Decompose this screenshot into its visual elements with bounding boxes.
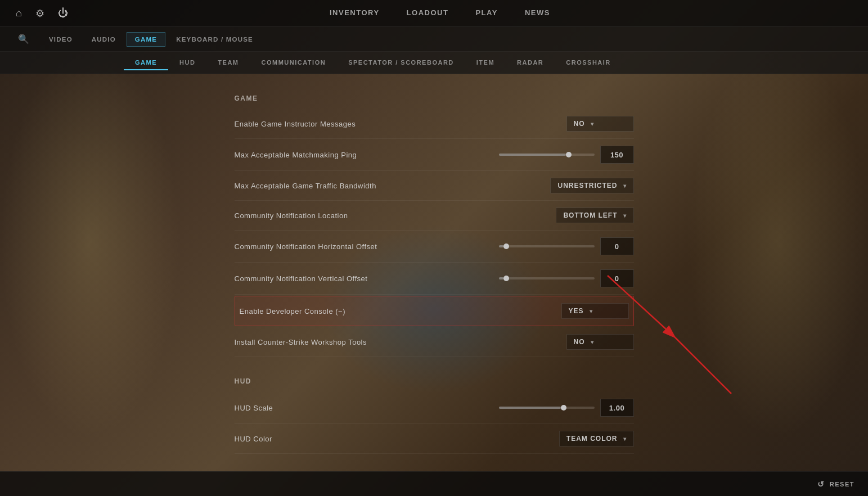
dropdown-instructor-value: NO	[574, 120, 585, 128]
settings-icon[interactable]: ⚙	[33, 5, 47, 22]
slider-v-offset-track[interactable]	[499, 277, 595, 279]
slider-ping-value[interactable]: 150	[600, 146, 634, 164]
control-dev-console: YES ▾	[561, 303, 629, 319]
reset-label: RESET	[830, 481, 854, 488]
bottom-bar: ↺ RESET	[0, 471, 868, 496]
nav-item-inventory[interactable]: INVENTORY	[330, 6, 380, 20]
slider-h-offset-thumb[interactable]	[503, 244, 509, 249]
slider-h-offset-value[interactable]: 0	[600, 237, 634, 255]
dropdown-notif-location[interactable]: BOTTOM LEFT ▾	[556, 208, 633, 223]
slider-ping-thumb[interactable]	[566, 152, 572, 157]
setting-row-ping: Max Acceptable Matchmaking Ping 150	[235, 139, 634, 171]
section-header-hud: Hud	[235, 377, 634, 387]
dropdown-dev-console-arrow: ▾	[590, 308, 593, 314]
content-inner: Game Enable Game Instructor Messages NO …	[223, 94, 645, 454]
reset-button[interactable]: ↺ RESET	[817, 480, 854, 489]
control-instructor: NO ▾	[566, 116, 634, 132]
slider-hud-scale-fill	[499, 407, 561, 409]
control-ping: 150	[499, 146, 634, 164]
subtab-spectator[interactable]: SPECTATOR / SCOREBOARD	[337, 56, 465, 70]
control-h-offset: 0	[499, 237, 634, 255]
power-icon[interactable]: ⏻	[56, 5, 70, 21]
setting-row-workshop: Install Counter-Strike Workshop Tools NO…	[235, 327, 634, 357]
subtab-game[interactable]: GAME	[124, 56, 168, 70]
nav-item-loadout[interactable]: LOADOUT	[407, 6, 449, 20]
setting-row-v-offset: Community Notification Vertical Offset 0	[235, 263, 634, 295]
subtab-item[interactable]: ITEM	[465, 56, 506, 70]
slider-h-offset-fill	[499, 245, 504, 247]
label-workshop: Install Counter-Strike Workshop Tools	[235, 338, 566, 346]
slider-ping-fill	[499, 154, 566, 156]
dropdown-hud-color-value: TEAM COLOR	[566, 435, 618, 443]
label-bandwidth: Max Acceptable Game Traffic Bandwidth	[235, 182, 551, 190]
setting-row-instructor: Enable Game Instructor Messages NO ▾	[235, 109, 634, 139]
dropdown-dev-console-value: YES	[569, 307, 584, 315]
section-header-game: Game	[235, 94, 634, 105]
setting-row-h-offset: Community Notification Horizontal Offset…	[235, 231, 634, 263]
nav-item-news[interactable]: NEWS	[525, 6, 550, 20]
search-icon[interactable]: 🔍	[18, 34, 29, 44]
slider-h-offset-track[interactable]	[499, 245, 595, 247]
label-dev-console: Enable Developer Console (~)	[240, 307, 561, 315]
dropdown-bandwidth-value: UNRESTRICTED	[557, 182, 617, 190]
tab-audio[interactable]: AUDIO	[83, 32, 124, 47]
reset-icon: ↺	[817, 480, 825, 489]
control-notif-location: BOTTOM LEFT ▾	[556, 208, 633, 223]
dropdown-workshop[interactable]: NO ▾	[566, 334, 634, 350]
subtab-radar[interactable]: RADAR	[506, 56, 555, 70]
dropdown-hud-color[interactable]: TEAM COLOR ▾	[559, 431, 634, 447]
label-hud-color: HUD Color	[235, 435, 559, 443]
subtab-hud[interactable]: HUD	[168, 56, 206, 70]
slider-v-offset-thumb[interactable]	[503, 276, 509, 281]
setting-row-dev-console: Enable Developer Console (~) YES ▾	[235, 296, 634, 326]
settings-tabs: 🔍 VIDEO AUDIO GAME KEYBOARD / MOUSE	[0, 27, 868, 52]
slider-hud-scale-thumb[interactable]	[561, 405, 566, 411]
top-nav: ⌂ ⚙ ⏻ INVENTORY LOADOUT PLAY NEWS	[0, 0, 868, 27]
dropdown-instructor[interactable]: NO ▾	[566, 116, 634, 132]
slider-v-offset-value[interactable]: 0	[600, 269, 634, 287]
label-v-offset: Community Notification Vertical Offset	[235, 274, 499, 283]
dropdown-workshop-value: NO	[574, 338, 585, 346]
slider-hud-scale-track[interactable]	[499, 407, 595, 409]
subtab-crosshair[interactable]: CROSSHAIR	[555, 56, 622, 70]
label-instructor: Enable Game Instructor Messages	[235, 120, 566, 128]
home-icon[interactable]: ⌂	[14, 5, 24, 21]
setting-row-bandwidth: Max Acceptable Game Traffic Bandwidth UN…	[235, 171, 634, 201]
subtab-team[interactable]: TEAM	[206, 56, 250, 70]
dropdown-dev-console[interactable]: YES ▾	[561, 303, 629, 319]
main-nav: INVENTORY LOADOUT PLAY NEWS	[330, 6, 550, 20]
nav-left-icons: ⌂ ⚙ ⏻	[14, 5, 70, 22]
setting-row-hud-color: HUD Color TEAM COLOR ▾	[235, 424, 634, 454]
control-hud-scale: 1.00	[499, 399, 634, 417]
dropdown-bandwidth[interactable]: UNRESTRICTED ▾	[550, 178, 633, 193]
control-bandwidth: UNRESTRICTED ▾	[550, 178, 633, 193]
dropdown-hud-color-arrow: ▾	[623, 436, 627, 442]
tab-game[interactable]: GAME	[127, 32, 165, 47]
label-ping: Max Acceptable Matchmaking Ping	[235, 151, 499, 159]
label-h-offset: Community Notification Horizontal Offset	[235, 242, 499, 251]
slider-ping-track[interactable]	[499, 154, 595, 156]
subtab-communication[interactable]: COMMUNICATION	[250, 56, 338, 70]
dropdown-notif-location-arrow: ▾	[623, 213, 627, 219]
sub-tabs: GAME HUD TEAM COMMUNICATION SPECTATOR / …	[0, 52, 868, 74]
tab-keyboard-mouse[interactable]: KEYBOARD / MOUSE	[168, 32, 262, 47]
label-notif-location: Community Notification Location	[235, 211, 556, 220]
control-workshop: NO ▾	[566, 334, 634, 350]
dropdown-workshop-arrow: ▾	[591, 339, 594, 345]
nav-item-play[interactable]: PLAY	[475, 6, 497, 20]
dropdown-instructor-arrow: ▾	[591, 121, 594, 127]
setting-row-notif-location: Community Notification Location BOTTOM L…	[235, 201, 634, 231]
dropdown-notif-location-value: BOTTOM LEFT	[563, 211, 617, 219]
label-hud-scale: HUD Scale	[235, 404, 499, 412]
control-v-offset: 0	[499, 269, 634, 287]
slider-hud-scale-value[interactable]: 1.00	[600, 399, 634, 417]
content-area: Game Enable Game Instructor Messages NO …	[0, 74, 868, 471]
tab-video[interactable]: VIDEO	[41, 32, 81, 47]
slider-v-offset-fill	[499, 277, 504, 279]
control-hud-color: TEAM COLOR ▾	[559, 431, 634, 447]
dropdown-bandwidth-arrow: ▾	[623, 183, 627, 189]
setting-row-hud-scale: HUD Scale 1.00	[235, 392, 634, 424]
